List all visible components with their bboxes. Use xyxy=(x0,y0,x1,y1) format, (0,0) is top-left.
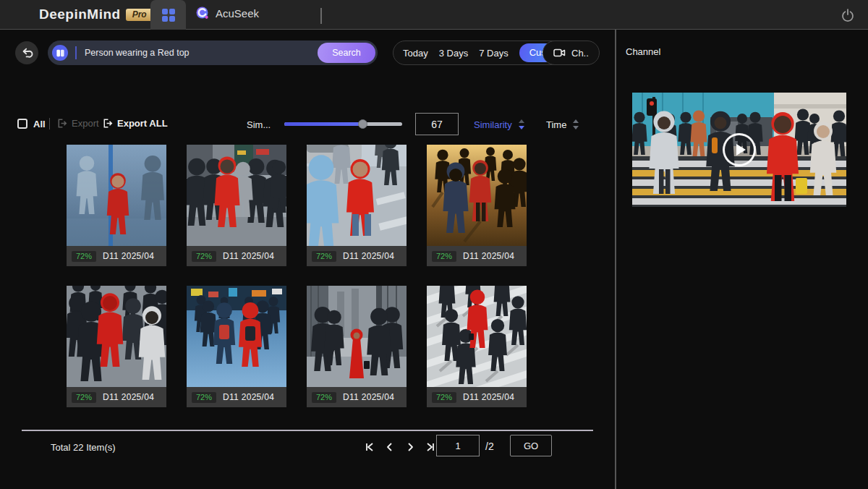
power-icon xyxy=(841,8,855,22)
book-icon xyxy=(56,48,65,58)
result-card-footer: 72% D11 2025/04 xyxy=(187,387,286,407)
back-button[interactable] xyxy=(15,41,38,64)
result-card[interactable]: 72% D11 2025/04 xyxy=(187,145,286,266)
tab-acuseek[interactable]: AcuSeek xyxy=(195,6,259,20)
similarity-badge: 72% xyxy=(312,251,336,262)
date-option-7days[interactable]: 7 Days xyxy=(479,48,508,59)
brand-name: DeepinMind xyxy=(39,7,121,22)
search-input[interactable] xyxy=(85,48,318,58)
result-thumbnail xyxy=(187,145,286,246)
result-thumbnail xyxy=(427,145,527,246)
result-card-footer: 72% D11 2025/04 xyxy=(67,387,166,407)
search-button[interactable]: Search xyxy=(318,43,375,63)
grid-icon xyxy=(162,9,175,22)
next-page-icon xyxy=(404,441,416,453)
similarity-value-input[interactable] xyxy=(416,114,458,135)
sort-arrows-icon xyxy=(572,119,579,130)
export-button[interactable]: Export xyxy=(56,118,99,129)
channel-button-label: Ch.. xyxy=(571,48,589,59)
power-button[interactable] xyxy=(841,8,855,22)
sort-time-label: Time xyxy=(546,119,566,130)
result-thumbnail xyxy=(67,145,166,246)
similarity-badge: 72% xyxy=(192,392,216,403)
search-separator xyxy=(75,46,77,59)
sort-similarity-label: Similarity xyxy=(474,119,512,130)
similarity-value-box xyxy=(415,113,459,135)
similarity-badge: 72% xyxy=(432,392,456,403)
search-category-button[interactable] xyxy=(52,45,68,61)
export-label: Export xyxy=(72,118,99,129)
go-button[interactable]: GO xyxy=(510,435,552,456)
last-page-icon xyxy=(425,441,436,453)
result-card[interactable]: 72% D11 2025/04 xyxy=(307,145,407,266)
acuseek-label: AcuSeek xyxy=(216,7,259,20)
page-number-box xyxy=(436,435,480,456)
export-all-button[interactable]: Export ALL xyxy=(102,118,168,129)
video-camera-icon xyxy=(553,48,566,58)
result-card-label: D11 2025/04 xyxy=(463,392,514,402)
result-card[interactable]: 72% D11 2025/04 xyxy=(427,145,527,266)
search-bar[interactable]: Search xyxy=(48,41,378,65)
result-card-footer: 72% D11 2025/04 xyxy=(307,387,407,407)
sort-by-similarity[interactable]: Similarity xyxy=(474,119,525,130)
play-icon[interactable] xyxy=(723,133,756,166)
result-thumbnail xyxy=(67,286,166,387)
similarity-badge: 72% xyxy=(432,251,456,262)
result-card[interactable]: 72% D11 2025/04 xyxy=(67,286,166,407)
tab-grid-home[interactable] xyxy=(150,0,186,30)
first-page-button[interactable] xyxy=(362,440,377,454)
first-page-icon xyxy=(364,441,375,453)
page-total-text: /2 xyxy=(485,441,494,452)
result-card[interactable]: 72% D11 2025/04 xyxy=(307,286,407,407)
similarity-slider-thumb[interactable] xyxy=(358,119,367,129)
select-all-label: All xyxy=(33,119,46,129)
result-card-label: D11 2025/04 xyxy=(223,392,274,402)
result-card[interactable]: 72% D11 2025/04 xyxy=(187,286,286,407)
sort-by-time[interactable]: Time xyxy=(546,119,579,130)
undo-arrow-icon xyxy=(20,46,33,59)
export-all-label: Export ALL xyxy=(117,118,168,129)
similarity-badge: 72% xyxy=(72,392,96,403)
previous-page-icon xyxy=(384,441,396,453)
channel-select-button[interactable]: Ch.. xyxy=(542,41,600,65)
similarity-badge: 72% xyxy=(72,251,96,262)
channel-video-preview[interactable] xyxy=(632,93,846,207)
channel-panel-title: Channel xyxy=(626,46,660,57)
result-card-label: D11 2025/04 xyxy=(223,251,274,261)
top-bar: DeepinMind Pro AcuSeek xyxy=(0,0,868,30)
result-card-label: D11 2025/04 xyxy=(103,251,154,261)
acuseek-icon xyxy=(195,6,210,20)
result-card[interactable]: 72% D11 2025/04 xyxy=(67,145,166,266)
next-page-button[interactable] xyxy=(403,440,417,454)
date-option-today[interactable]: Today xyxy=(403,48,428,59)
similarity-slider[interactable] xyxy=(284,122,402,126)
export-icon xyxy=(56,118,67,129)
previous-page-button[interactable] xyxy=(383,440,397,454)
result-card-footer: 72% D11 2025/04 xyxy=(427,387,527,407)
result-card-footer: 72% D11 2025/04 xyxy=(307,246,407,266)
result-thumbnail xyxy=(187,286,286,387)
similarity-slider-label: Sim... xyxy=(247,119,271,130)
channel-panel: Channel xyxy=(615,30,868,489)
similarity-badge: 72% xyxy=(192,251,216,262)
export-all-icon xyxy=(102,118,113,129)
similarity-slider-fill xyxy=(284,122,363,126)
page-number-input[interactable] xyxy=(437,435,479,456)
total-items-text: Total 22 Item(s) xyxy=(51,442,116,453)
result-card[interactable]: 72% D11 2025/04 xyxy=(427,286,527,407)
results-filter-bar: All Export Export ALL Sim... Similarity xyxy=(0,112,615,138)
deepinmind-app: DeepinMind Pro AcuSeek xyxy=(0,0,868,489)
result-card-footer: 72% D11 2025/04 xyxy=(187,246,286,266)
date-option-3days[interactable]: 3 Days xyxy=(439,48,468,59)
brand-logo: DeepinMind Pro xyxy=(39,7,153,22)
result-thumbnail xyxy=(307,286,407,387)
filter-separator xyxy=(49,118,50,129)
tab-bar-caret xyxy=(320,8,322,24)
result-card-footer: 72% D11 2025/04 xyxy=(427,246,527,266)
result-card-label: D11 2025/04 xyxy=(463,251,514,261)
last-page-button[interactable] xyxy=(423,440,438,454)
select-all-checkbox[interactable] xyxy=(17,119,27,129)
result-card-footer: 72% D11 2025/04 xyxy=(67,246,166,266)
result-thumbnail xyxy=(427,286,527,387)
result-card-label: D11 2025/04 xyxy=(343,251,394,261)
